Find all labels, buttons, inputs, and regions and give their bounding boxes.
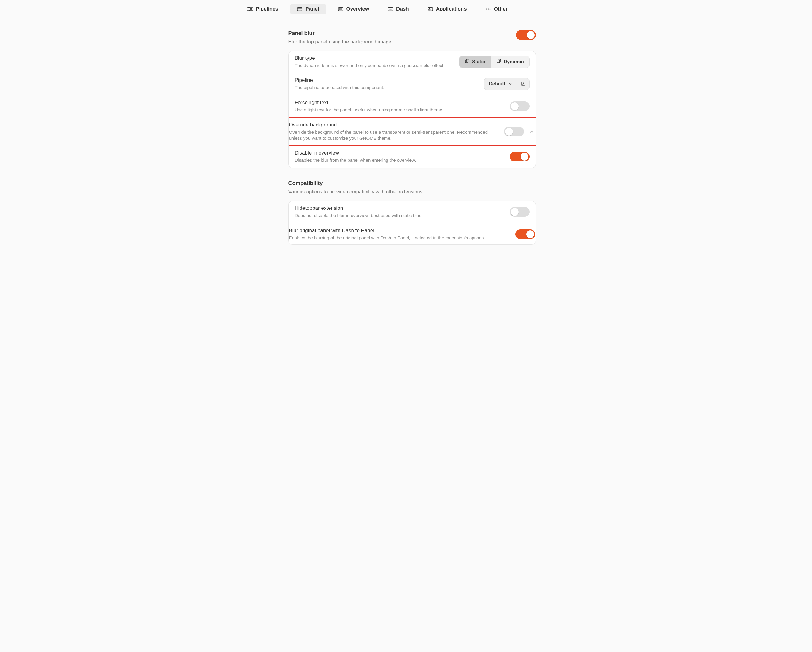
svg-point-15	[486, 8, 487, 9]
svg-rect-18	[465, 60, 468, 63]
edit-icon	[521, 81, 526, 87]
seg-label: Dynamic	[504, 59, 524, 64]
row-desc: Disables the blur from the panel when en…	[295, 157, 504, 163]
row-desc: Enables the blurring of the original pan…	[289, 235, 509, 241]
svg-point-17	[490, 8, 490, 9]
blur-type-static-button[interactable]: Static	[459, 56, 491, 68]
blur-type-segmented: Static Dynamic	[459, 56, 529, 68]
svg-point-3	[250, 8, 251, 9]
overview-icon	[338, 7, 343, 11]
hidetopbar-toggle[interactable]	[510, 207, 530, 217]
tab-pipelines[interactable]: Pipelines	[240, 4, 286, 14]
row-disable-in-overview: Disable in overview Disables the blur fr…	[289, 146, 536, 168]
layer-icon	[465, 59, 470, 65]
row-label: Hidetopbar extension	[295, 205, 504, 211]
compatibility-card-bottom: Blur original panel with Dash to Panel E…	[288, 223, 536, 245]
force-light-text-toggle[interactable]	[510, 101, 530, 111]
blur-type-dynamic-button[interactable]: Dynamic	[491, 56, 529, 68]
tab-other[interactable]: Other	[478, 4, 515, 14]
tab-dash[interactable]: Dash	[380, 4, 416, 14]
row-label: Blur original panel with Dash to Panel	[289, 228, 509, 234]
row-hidetopbar: Hidetopbar extension Does not disable th…	[289, 201, 536, 223]
svg-rect-9	[339, 8, 342, 10]
override-background-toggle[interactable]	[504, 127, 524, 136]
row-label: Pipeline	[295, 77, 478, 83]
compatibility-card: Hidetopbar extension Does not disable th…	[288, 201, 536, 223]
svg-point-13	[429, 8, 430, 9]
svg-rect-6	[297, 8, 302, 11]
row-force-light-text: Force light text Use a light text for th…	[289, 95, 536, 118]
chevron-down-icon	[508, 81, 512, 87]
dash-to-panel-toggle[interactable]	[515, 229, 535, 239]
tab-bar: Pipelines Panel Overview	[222, 0, 590, 18]
tab-label: Other	[494, 6, 508, 12]
row-pipeline: Pipeline The pipeline to be used with th…	[289, 73, 536, 95]
section-panel-blur: Panel blur Blur the top panel using the …	[288, 30, 536, 168]
panel-blur-master-toggle[interactable]	[516, 30, 536, 40]
svg-rect-21	[498, 60, 501, 62]
panel-blur-card: Blur type The dynamic blur is slower and…	[288, 51, 536, 168]
row-blur-type: Blur type The dynamic blur is slower and…	[289, 51, 536, 73]
pipeline-edit-button[interactable]	[517, 78, 529, 90]
svg-rect-8	[338, 8, 343, 11]
row-label: Disable in overview	[295, 150, 504, 156]
row-label: Blur type	[295, 55, 453, 61]
pipeline-picker: Default	[484, 78, 529, 90]
dash-icon	[388, 7, 393, 11]
section-compatibility: Compatibility Various options to provide…	[288, 180, 536, 245]
sliders-icon	[247, 7, 253, 11]
tab-label: Dash	[396, 6, 409, 12]
layer-icon	[496, 59, 501, 65]
svg-point-5	[249, 10, 250, 11]
svg-rect-14	[429, 9, 430, 10]
svg-rect-19	[466, 60, 469, 62]
svg-rect-10	[388, 8, 393, 11]
svg-rect-20	[497, 60, 500, 63]
row-label: Override background	[289, 122, 498, 128]
tab-overview[interactable]: Overview	[331, 4, 377, 14]
section-title: Compatibility	[288, 180, 536, 186]
tab-label: Overview	[346, 6, 369, 12]
seg-label: Static	[472, 59, 485, 64]
row-desc: Does not disable the blur in overview, b…	[295, 212, 504, 218]
row-dash-to-panel: Blur original panel with Dash to Panel E…	[288, 223, 536, 245]
applications-icon	[427, 7, 433, 11]
tab-label: Panel	[305, 6, 319, 12]
more-icon	[485, 7, 491, 11]
override-background-expand[interactable]	[528, 128, 535, 135]
row-desc: The pipeline to be used with this compon…	[295, 84, 478, 90]
row-desc: Override the background of the panel to …	[289, 129, 498, 142]
pipeline-value: Default	[489, 81, 505, 87]
svg-point-16	[488, 8, 488, 9]
tab-label: Applications	[436, 6, 467, 12]
tab-applications[interactable]: Applications	[420, 4, 474, 14]
svg-point-1	[248, 7, 249, 8]
disable-in-overview-toggle[interactable]	[510, 152, 530, 162]
row-desc: The dynamic blur is slower and only comp…	[295, 63, 453, 69]
pipeline-dropdown[interactable]: Default	[484, 78, 517, 90]
row-override-background: Override background Override the backgro…	[288, 117, 536, 147]
section-title: Panel blur	[288, 30, 393, 37]
row-label: Force light text	[295, 99, 504, 105]
row-desc: Use a light text for the panel, useful w…	[295, 107, 504, 113]
tab-panel[interactable]: Panel	[290, 4, 326, 14]
section-desc: Blur the top panel using the background …	[288, 39, 393, 45]
panel-icon	[297, 7, 302, 11]
section-desc: Various options to provide compatibility…	[288, 189, 536, 195]
tab-label: Pipelines	[256, 6, 278, 12]
